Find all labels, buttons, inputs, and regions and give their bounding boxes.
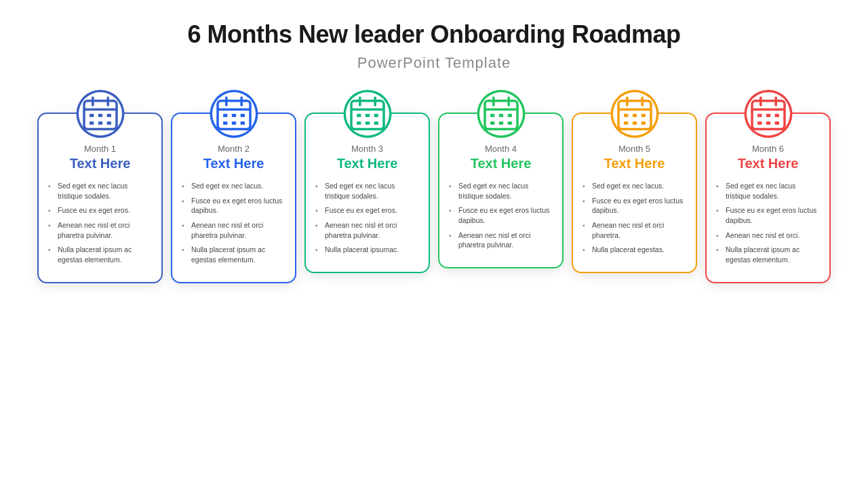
svg-rect-55 (766, 114, 770, 117)
svg-rect-56 (774, 114, 778, 117)
svg-rect-15 (231, 114, 235, 117)
card-title-month5: Text Here (604, 156, 665, 171)
calendar-icon-month4 (479, 92, 523, 136)
svg-rect-9 (106, 121, 111, 125)
svg-rect-54 (757, 114, 762, 117)
calendar-icon-month2 (212, 92, 256, 136)
svg-rect-17 (223, 121, 227, 125)
svg-rect-27 (357, 121, 361, 125)
card-month3: Month 3Text HereSed eget ex nec lacus tr… (304, 113, 430, 273)
card-title-month4: Text Here (471, 156, 532, 171)
list-item: Nulla placerat ipsumac. (315, 245, 419, 255)
svg-rect-8 (98, 121, 102, 125)
svg-rect-18 (231, 121, 235, 125)
bullet-list-month2: Sed eget ex nec lacus.Fusce eu ex eget e… (182, 181, 285, 270)
calendar-icon-month3 (346, 92, 389, 136)
svg-rect-7 (90, 121, 94, 125)
svg-rect-6 (106, 114, 111, 117)
list-item: Sed eget ex nec lacus tristique sodales. (48, 181, 152, 201)
list-item: Aenean nec nisl et orci. (716, 230, 820, 241)
card-month5: Month 5Text HereSed eget ex nec lacus.Fu… (572, 113, 697, 273)
list-item: Nulla placerat ipsum ac egestas elementu… (48, 245, 152, 264)
svg-rect-39 (507, 121, 511, 125)
card-title-month3: Text Here (337, 156, 398, 171)
list-item: Aenean nec nisl et orci pharetra pulvina… (182, 220, 285, 240)
list-item: Sed eget ex nec lacus. (583, 181, 686, 191)
list-item: Aenean nec nisl et orci pharetra. (583, 220, 686, 240)
svg-rect-38 (498, 121, 502, 125)
calendar-icon-month6 (747, 92, 790, 136)
list-item: Fusce eu ex eget eros luctus dapibus. (449, 205, 553, 225)
svg-rect-49 (641, 121, 645, 125)
list-item: Nulla placerat ipsum ac egestas elementu… (182, 245, 285, 264)
svg-rect-45 (632, 114, 636, 117)
list-item: Aenean nec nisl et orci pharetra pulvina… (315, 220, 419, 240)
svg-rect-37 (490, 121, 494, 125)
card-title-month2: Text Here (203, 156, 264, 171)
bullet-list-month1: Sed eget ex nec lacus tristique sodales.… (48, 181, 152, 270)
card-title-month1: Text Here (70, 156, 131, 171)
svg-rect-48 (632, 121, 636, 125)
card-month4: Month 4Text HereSed eget ex nec lacus tr… (438, 113, 564, 268)
bullet-list-month5: Sed eget ex nec lacus.Fusce eu ex eget e… (583, 181, 686, 260)
svg-rect-5 (98, 114, 102, 117)
month-label-month2: Month 2 (218, 144, 250, 154)
list-item: Fusce eu ex eget eros luctus dapibus. (716, 205, 820, 225)
svg-rect-57 (757, 121, 762, 125)
bullet-list-month4: Sed eget ex nec lacus tristique sodales.… (449, 181, 553, 255)
svg-rect-24 (357, 114, 361, 117)
svg-rect-46 (641, 114, 645, 117)
list-item: Fusce eu ex eget eros. (315, 205, 419, 216)
list-item: Nulla placerat egestas. (583, 245, 686, 255)
card-month2: Month 2Text HereSed eget ex nec lacus.Fu… (171, 113, 296, 283)
list-item: Aenean nec nisl et orci pharetra pulvina… (48, 220, 152, 240)
month-label-month3: Month 3 (351, 144, 383, 154)
calendar-icon-month5 (613, 92, 656, 136)
svg-rect-58 (766, 121, 770, 125)
list-item: Sed eget ex nec lacus tristique sodales. (449, 181, 553, 201)
calendar-icon-month1 (79, 92, 122, 136)
svg-rect-14 (223, 114, 227, 117)
svg-rect-44 (624, 114, 628, 117)
card-title-month6: Text Here (738, 156, 799, 171)
svg-rect-25 (365, 114, 369, 117)
list-item: Fusce eu ex eget eros luctus dapibus. (182, 196, 285, 216)
svg-rect-34 (490, 114, 494, 117)
svg-rect-59 (774, 121, 778, 125)
svg-rect-26 (374, 114, 378, 117)
svg-rect-47 (624, 121, 628, 125)
card-month1: Month 1Text HereSed eget ex nec lacus tr… (37, 113, 163, 283)
bullet-list-month6: Sed eget ex nec lacus tristique sodales.… (716, 181, 820, 270)
svg-rect-4 (90, 114, 94, 117)
bullet-list-month3: Sed eget ex nec lacus tristique sodales.… (315, 181, 419, 260)
month-label-month1: Month 1 (84, 144, 116, 154)
svg-rect-28 (365, 121, 369, 125)
list-item: Sed eget ex nec lacus. (182, 181, 285, 191)
card-month6: Month 6Text HereSed eget ex nec lacus tr… (705, 113, 831, 283)
list-item: Aenean nec nisl et orci pharetra pulvina… (449, 230, 553, 250)
sub-title: PowerPoint Template (357, 54, 511, 72)
svg-rect-19 (240, 121, 244, 125)
list-item: Sed eget ex nec lacus tristique sodales. (716, 181, 820, 201)
svg-rect-29 (374, 121, 378, 125)
cards-container: Month 1Text HereSed eget ex nec lacus tr… (27, 92, 841, 283)
month-label-month5: Month 5 (618, 144, 650, 154)
svg-rect-16 (240, 114, 244, 117)
month-label-month6: Month 6 (752, 144, 784, 154)
svg-rect-35 (498, 114, 502, 117)
month-label-month4: Month 4 (485, 144, 517, 154)
list-item: Fusce eu ex eget eros luctus dapibus. (583, 196, 686, 216)
list-item: Fusce eu ex eget eros. (48, 205, 152, 216)
main-title: 6 Months New leader Onboarding Roadmap (187, 20, 680, 49)
list-item: Nulla placerat ipsum ac egestas elementu… (716, 245, 820, 264)
list-item: Sed eget ex nec lacus tristique sodales. (315, 181, 419, 201)
svg-rect-36 (507, 114, 511, 117)
